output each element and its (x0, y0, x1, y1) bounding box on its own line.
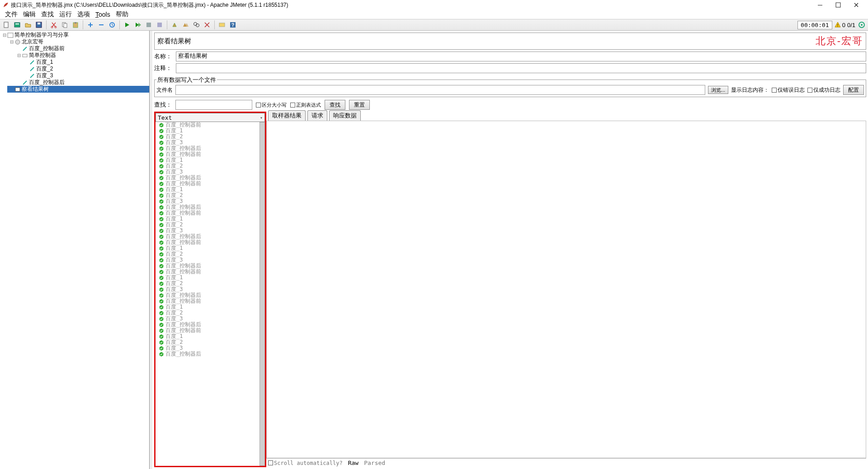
raw-label[interactable]: Raw (348, 460, 359, 466)
menu-file[interactable]: 文件 (3, 10, 20, 19)
result-list[interactable]: 百度_控制器前百度_1百度_2百度_3百度_控制器后百度_控制器前百度_1百度_… (156, 122, 259, 466)
shutdown-icon[interactable] (155, 20, 164, 29)
threadgroup-icon (14, 39, 21, 45)
menu-run[interactable]: 运行 (57, 10, 74, 19)
svg-rect-2 (4, 22, 8, 28)
run-notimers-icon[interactable] (133, 20, 142, 29)
expand-icon[interactable] (86, 20, 95, 29)
svg-rect-27 (15, 88, 20, 91)
help-icon[interactable]: ? (228, 20, 237, 29)
tree-sampler-3[interactable]: 百度_3 (22, 72, 149, 79)
write-results-group: 所有数据写入一个文件 文件名 浏览... 显示日志内容： 仅错误日志 仅成功日志… (154, 75, 866, 97)
tab-response[interactable]: 响应数据 (329, 110, 361, 121)
result-item[interactable]: 百度_控制器后 (159, 351, 259, 357)
run-icon[interactable] (123, 20, 132, 29)
tree-thread-group[interactable]: ⊟ 北京宏哥 (7, 38, 149, 45)
svg-rect-0 (818, 5, 822, 5)
menu-help[interactable]: 帮助 (113, 10, 131, 19)
svg-rect-4 (15, 23, 19, 24)
stop-icon[interactable] (144, 20, 153, 29)
filename-label: 文件名 (156, 86, 173, 94)
maximize-button[interactable] (829, 0, 847, 10)
tree-simple-controller[interactable]: ⊟简单控制器 (14, 52, 149, 59)
tree-view-results-tree[interactable]: 察看结果树 (7, 86, 149, 93)
testplan-icon (7, 32, 14, 38)
parsed-label[interactable]: Parsed (364, 460, 385, 466)
warning-indicator[interactable]: ! 0 (834, 21, 845, 28)
svg-rect-14 (146, 23, 151, 27)
svg-point-25 (15, 40, 20, 44)
function-helper-icon[interactable] (217, 20, 226, 29)
svg-rect-24 (8, 33, 13, 38)
menu-options[interactable]: 选项 (75, 10, 92, 19)
collapse-icon[interactable]: ⊟ (16, 52, 22, 59)
menu-bar: 文件 编辑 查找 运行 选项 Tools 帮助 (0, 10, 868, 19)
collapse-icon[interactable]: ⊟ (9, 38, 14, 45)
elapsed-time: 00:00:01 (797, 21, 832, 29)
scrollbar[interactable] (259, 122, 265, 466)
tree-sampler-post[interactable]: 百度_控制器后 (14, 79, 149, 86)
copy-icon[interactable] (60, 20, 69, 29)
regex-checkbox[interactable]: 正则表达式 (290, 102, 321, 108)
minimize-button[interactable] (811, 0, 829, 10)
scroll-thumb[interactable] (259, 122, 265, 466)
showlog-label: 显示日志内容： (731, 86, 769, 94)
collapse-icon[interactable] (97, 20, 106, 29)
watermark: 北京-宏哥 (816, 34, 863, 48)
sampler-icon (22, 80, 28, 86)
svg-text:?: ? (231, 22, 235, 28)
svg-rect-1 (836, 3, 840, 7)
tab-request[interactable]: 请求 (307, 110, 327, 121)
scroll-auto-checkbox[interactable]: Scroll automatically? (268, 460, 343, 466)
sampler-icon (29, 59, 35, 66)
name-input[interactable]: 察看结果树 (176, 52, 866, 61)
tree-sampler-1[interactable]: 百度_1 (22, 59, 149, 66)
svg-rect-3 (14, 23, 20, 27)
warning-count: 0 (842, 22, 845, 28)
menu-tools[interactable]: Tools (93, 10, 113, 19)
filename-input[interactable] (175, 85, 705, 95)
browse-button[interactable]: 浏览... (708, 86, 728, 94)
toggle-icon[interactable] (108, 20, 117, 29)
clear-all-icon[interactable] (181, 20, 190, 29)
tab-sampler-result[interactable]: 取样器结果 (268, 110, 306, 121)
new-icon[interactable] (2, 20, 11, 29)
thread-count: 0/1 (847, 22, 855, 28)
server-status-icon[interactable] (857, 20, 866, 29)
search-icon[interactable] (192, 20, 201, 29)
search-button[interactable]: 查找 (325, 100, 345, 110)
search-input[interactable] (175, 100, 252, 110)
window-title: 接口演示_简单控制器.jmx (C:\Users\DELL\Downloads\… (11, 1, 811, 9)
save-icon[interactable] (34, 20, 43, 29)
cut-icon[interactable] (49, 20, 58, 29)
paste-icon[interactable] (71, 20, 80, 29)
renderer-combo[interactable]: Text ▾ (156, 113, 265, 122)
controller-icon (22, 52, 28, 59)
sampler-icon (29, 73, 35, 79)
reset-button[interactable]: 重置 (349, 100, 370, 110)
tree-sampler-pre[interactable]: 百度_控制器前 (14, 45, 149, 52)
svg-rect-15 (157, 23, 162, 27)
tree-test-plan[interactable]: ⊟ 简单控制器学习与分享 (0, 32, 149, 38)
configure-button[interactable]: 配置 (843, 85, 864, 95)
svg-rect-6 (38, 23, 40, 24)
test-plan-tree[interactable]: ⊟ 简单控制器学习与分享 ⊟ 北京宏哥 百度_控制器前 (0, 31, 150, 469)
clear-icon[interactable] (170, 20, 179, 29)
collapse-icon[interactable]: ⊟ (2, 32, 7, 38)
sampler-icon (29, 66, 35, 72)
tree-sampler-2[interactable]: 百度_2 (22, 66, 149, 72)
open-icon[interactable] (24, 20, 33, 29)
errors-only-checkbox[interactable]: 仅错误日志 (772, 86, 805, 94)
menu-find[interactable]: 查找 (39, 10, 56, 19)
sampler-icon (22, 46, 28, 52)
case-sensitive-checkbox[interactable]: 区分大小写 (256, 102, 287, 108)
templates-icon[interactable] (13, 20, 22, 29)
comment-input[interactable] (176, 63, 866, 73)
svg-rect-18 (219, 23, 225, 27)
close-button[interactable] (847, 0, 865, 10)
name-label: 名称： (154, 52, 176, 61)
search-reset-icon[interactable] (203, 20, 212, 29)
success-only-checkbox[interactable]: 仅成功日志 (807, 86, 840, 94)
tab-content (266, 121, 866, 458)
menu-edit[interactable]: 编辑 (21, 10, 38, 19)
